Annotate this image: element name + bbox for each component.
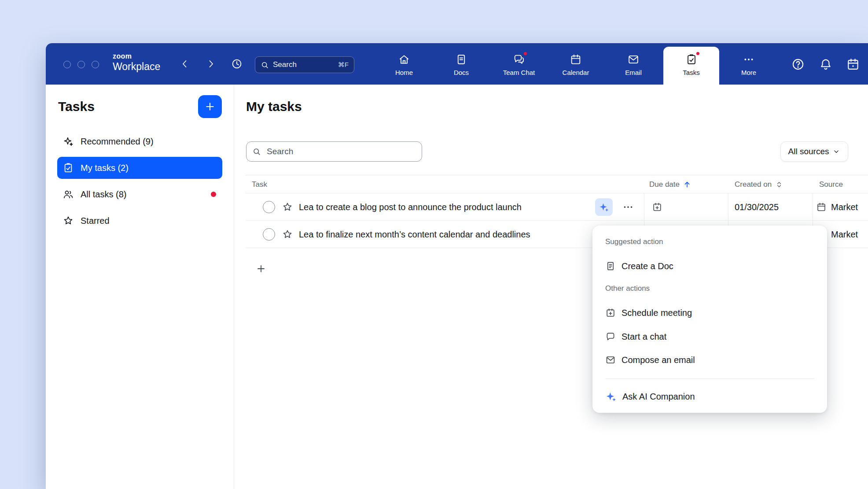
chat-bubble-icon	[605, 331, 616, 342]
ai-sparkle-icon	[605, 391, 617, 402]
suggested-actions-menu: Suggested action Create a Doc Other acti…	[592, 226, 827, 413]
column-created-on[interactable]: Created on	[735, 175, 783, 194]
help-icon	[791, 57, 805, 71]
add-task-button[interactable]	[198, 95, 222, 118]
task-checkbox[interactable]	[263, 228, 275, 241]
column-divider	[813, 193, 813, 220]
ellipsis-icon	[622, 201, 634, 213]
star-icon[interactable]	[282, 229, 293, 240]
help-button[interactable]	[791, 57, 805, 71]
menu-section-label: Other actions	[605, 284, 650, 293]
column-task[interactable]: Task	[252, 175, 267, 194]
plus-icon	[256, 263, 266, 274]
bell-icon	[819, 57, 833, 71]
ai-companion-button[interactable]	[595, 198, 613, 216]
calendar-panel-button[interactable]	[846, 57, 860, 71]
sidebar-title: Tasks	[58, 99, 95, 114]
nav-team-chat[interactable]: Team Chat	[495, 47, 543, 85]
notifications-button[interactable]	[819, 57, 833, 71]
window-control-close[interactable]	[63, 61, 71, 68]
chevron-left-icon	[180, 59, 190, 69]
add-due-date-button[interactable]	[652, 202, 662, 212]
source-value: Market	[831, 228, 868, 241]
team-chat-icon	[513, 53, 525, 66]
task-search	[246, 141, 422, 162]
sidebar-item-my-tasks[interactable]: My tasks (2)	[57, 157, 222, 179]
nav-label: Calendar	[563, 69, 589, 76]
sidebar-item-label: All tasks (8)	[81, 189, 126, 200]
sort-toggle-icon[interactable]	[775, 180, 783, 189]
task-checkbox[interactable]	[263, 201, 275, 213]
column-label: Source	[819, 180, 843, 189]
nav-home[interactable]: Home	[380, 47, 428, 85]
column-label: Task	[252, 180, 267, 189]
chevron-down-icon	[832, 148, 840, 156]
more-icon	[743, 53, 755, 66]
plus-icon	[204, 101, 216, 112]
column-label: Created on	[735, 180, 772, 189]
star-icon	[63, 215, 74, 226]
calendar-panel-icon	[846, 57, 860, 71]
menu-item-label: Start a chat	[622, 332, 666, 342]
envelope-icon	[605, 355, 616, 365]
menu-item-ask-ai-companion[interactable]: Ask AI Companion	[605, 387, 818, 406]
back-button[interactable]	[180, 59, 190, 69]
nav-label: Home	[395, 69, 413, 76]
menu-item-compose-email[interactable]: Compose an email	[605, 350, 818, 370]
history-icon	[231, 58, 243, 70]
forward-button[interactable]	[206, 59, 216, 69]
task-search-input[interactable]	[246, 141, 422, 162]
calendar-plus-icon	[605, 307, 616, 318]
column-due-date[interactable]: Due date	[649, 175, 691, 194]
source-filter-dropdown[interactable]: All sources	[780, 141, 848, 162]
menu-item-schedule-meeting[interactable]: Schedule meeting	[605, 303, 818, 322]
task-title[interactable]: Lea to create a blog post to announce th…	[299, 201, 522, 213]
task-row[interactable]: Lea to create a blog post to announce th…	[246, 193, 868, 221]
nav-label: Docs	[454, 69, 469, 76]
nav-tasks[interactable]: Tasks	[663, 47, 719, 85]
add-task-inline-button[interactable]	[256, 263, 266, 274]
team-chat-notification-dot	[523, 51, 528, 56]
nav-email[interactable]: Email	[609, 47, 658, 85]
all-tasks-notification-dot	[211, 192, 216, 197]
home-icon	[398, 53, 410, 66]
sidebar: Tasks Recommended (9) My tasks (2)	[46, 85, 234, 489]
window-control-zoom[interactable]	[92, 61, 99, 68]
star-icon[interactable]	[282, 201, 293, 213]
page-title: My tasks	[246, 99, 302, 114]
docs-icon	[455, 53, 467, 66]
sidebar-item-starred[interactable]: Starred	[57, 210, 222, 232]
task-title[interactable]: Lea to finalize next month’s content cal…	[299, 228, 530, 241]
tasks-icon	[685, 53, 698, 66]
calendar-icon	[570, 53, 582, 66]
nav-more[interactable]: More	[725, 47, 773, 85]
window-control-minimize[interactable]	[77, 61, 85, 68]
column-source[interactable]: Source	[819, 175, 843, 194]
row-more-button[interactable]	[622, 201, 634, 213]
history-button[interactable]	[231, 58, 243, 70]
menu-divider	[605, 378, 814, 379]
sidebar-item-label: My tasks (2)	[81, 163, 129, 173]
email-icon	[627, 53, 640, 66]
menu-item-start-chat[interactable]: Start a chat	[605, 327, 818, 346]
sort-ascending-icon[interactable]	[683, 180, 691, 189]
calendar-plus-icon	[652, 202, 662, 212]
people-icon	[63, 189, 74, 200]
menu-item-label: Ask AI Companion	[622, 392, 695, 402]
sparkles-icon	[63, 136, 74, 147]
menu-item-label: Create a Doc	[622, 261, 673, 271]
doc-icon	[605, 261, 616, 271]
logo-workplace-text: Workplace	[113, 61, 160, 72]
nav-label: Team Chat	[503, 69, 535, 76]
nav-docs[interactable]: Docs	[437, 47, 485, 85]
sidebar-item-all-tasks[interactable]: All tasks (8)	[57, 183, 222, 205]
table-header: Task Due date Created on Source	[246, 175, 868, 193]
global-search[interactable]: Search ⌘F	[255, 56, 354, 73]
nav-calendar[interactable]: Calendar	[552, 47, 600, 85]
menu-item-create-doc[interactable]: Create a Doc	[605, 256, 818, 276]
nav-label: Tasks	[683, 69, 699, 76]
source-value: Market	[831, 201, 868, 213]
ai-sparkle-icon	[599, 202, 609, 212]
sidebar-item-recommended[interactable]: Recommended (9)	[57, 130, 222, 152]
sidebar-item-label: Starred	[81, 216, 110, 226]
